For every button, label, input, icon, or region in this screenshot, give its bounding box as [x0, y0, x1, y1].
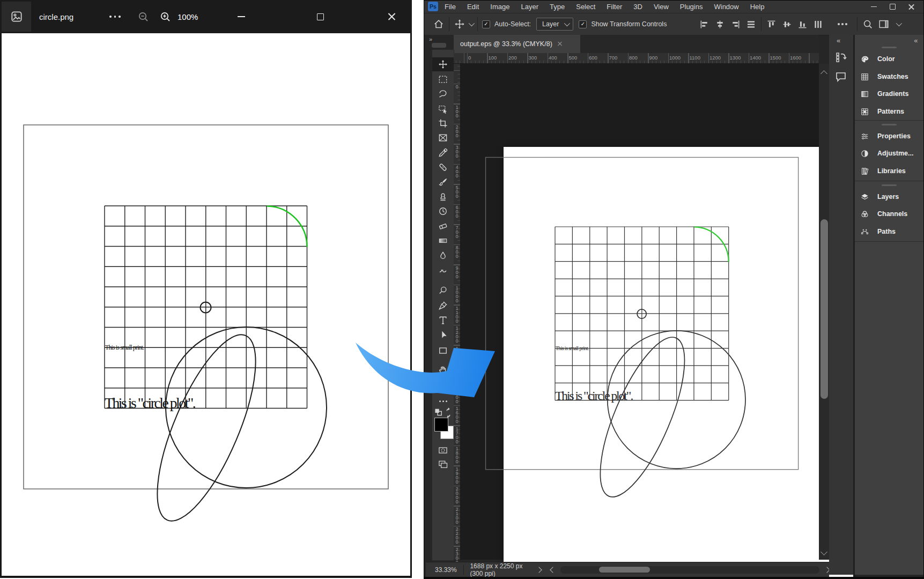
menu-select[interactable]: Select — [576, 3, 595, 11]
search-icon[interactable] — [862, 18, 874, 30]
tool-pen[interactable] — [432, 299, 454, 313]
menu-help[interactable]: Help — [750, 3, 765, 11]
edit-toolbar-icon[interactable] — [432, 400, 454, 402]
panel-label: Swatches — [877, 73, 908, 80]
menu-plugins[interactable]: Plugins — [680, 3, 703, 11]
panel-tab-paths[interactable]: Paths — [855, 224, 923, 240]
more-options-icon[interactable] — [109, 16, 121, 18]
tool-type[interactable] — [432, 313, 454, 327]
horizontal-scrollbar-thumb[interactable] — [599, 567, 650, 573]
ps-close-button[interactable] — [907, 3, 915, 11]
panel-tab-layers[interactable]: Layers — [855, 189, 923, 205]
panel-tab-patterns[interactable]: Patterns — [855, 103, 923, 120]
tool-healing[interactable] — [432, 160, 454, 174]
swap-colors-icon[interactable] — [432, 407, 454, 419]
version-history-icon[interactable] — [834, 51, 847, 64]
align-left-icon[interactable] — [699, 19, 710, 30]
photos-minimize-button[interactable] — [231, 0, 252, 33]
vertical-scrollbar[interactable] — [819, 64, 829, 560]
tool-marquee[interactable] — [432, 72, 454, 86]
panel-group-grip[interactable] — [882, 47, 897, 48]
show-transform-checkbox[interactable]: ✓ — [579, 20, 587, 28]
tool-eyedropper[interactable] — [432, 146, 454, 160]
menu-filter[interactable]: Filter — [607, 3, 622, 11]
menu-file[interactable]: File — [445, 3, 456, 11]
auto-select-checkbox[interactable]: ✓ — [482, 20, 490, 28]
comments-icon[interactable] — [834, 70, 847, 83]
tool-clone-stamp[interactable] — [432, 190, 454, 204]
panel-tab-adjustme[interactable]: Adjustme... — [855, 145, 923, 161]
menu-window[interactable]: Window — [714, 3, 738, 11]
tool-gradient[interactable] — [432, 234, 454, 248]
toolbar-grip[interactable] — [432, 43, 446, 48]
panel-tab-libraries[interactable]: Libraries — [855, 163, 923, 179]
panel-tab-channels[interactable]: Channels — [855, 206, 923, 222]
hscroll-left-icon[interactable] — [550, 567, 556, 573]
home-icon[interactable] — [433, 18, 445, 30]
status-zoom-level[interactable]: 33.33% — [435, 566, 457, 574]
menu-layer[interactable]: Layer — [521, 3, 539, 11]
tool-eraser[interactable] — [432, 219, 454, 233]
tool-hand[interactable] — [432, 363, 454, 377]
tool-crop[interactable] — [432, 116, 454, 130]
tool-dodge[interactable] — [432, 284, 454, 298]
tool-history-brush[interactable] — [432, 204, 454, 218]
menu-edit[interactable]: Edit — [467, 3, 479, 11]
document-tab[interactable]: output.eps @ 33.3% (CMYK/8) — [453, 35, 580, 53]
menu-view[interactable]: View — [654, 3, 669, 11]
document-page[interactable] — [504, 147, 853, 579]
photos-zoom-level[interactable]: 100% — [178, 0, 198, 33]
align-center-h-icon[interactable] — [714, 19, 726, 30]
tool-blur[interactable] — [432, 249, 454, 263]
status-info-chevron-icon[interactable] — [536, 567, 542, 573]
zoom-out-icon[interactable] — [137, 10, 150, 23]
menu-3d[interactable]: 3D — [633, 3, 642, 11]
vertical-scrollbar-thumb[interactable] — [820, 219, 828, 399]
ps-minimize-button[interactable] — [870, 3, 877, 11]
panel-tab-properties[interactable]: Properties — [855, 128, 923, 144]
panel-group-grip[interactable] — [882, 184, 897, 186]
panel-tab-gradients[interactable]: Gradients — [855, 86, 923, 102]
canvas-area[interactable] — [461, 64, 819, 560]
foreground-color-swatch[interactable] — [434, 418, 448, 432]
align-center-v-icon[interactable] — [781, 19, 793, 30]
auto-select-target-dropdown[interactable]: Layer — [536, 18, 573, 31]
ps-maximize-button[interactable] — [889, 3, 896, 11]
tool-object-select[interactable] — [432, 102, 454, 116]
menu-image[interactable]: Image — [490, 3, 509, 11]
tool-preset-chevron-icon[interactable] — [469, 20, 475, 26]
workspace-switcher-icon[interactable] — [878, 18, 890, 30]
scroll-down-icon[interactable] — [820, 548, 827, 555]
workspace-chevron-icon[interactable] — [896, 20, 902, 26]
tool-lasso[interactable] — [432, 87, 454, 101]
panel-tab-swatches[interactable]: Swatches — [855, 69, 923, 85]
toolbar-expand-icon[interactable]: » — [429, 36, 432, 42]
tool-zoom[interactable] — [432, 377, 454, 391]
tool-brush[interactable] — [432, 175, 454, 189]
panel-tab-color[interactable]: Color — [855, 51, 923, 67]
scroll-up-icon[interactable] — [820, 70, 827, 77]
panel-group-grip[interactable] — [882, 124, 897, 125]
horizontal-scrollbar[interactable] — [560, 566, 819, 574]
align-bottom-icon[interactable] — [797, 19, 808, 30]
strip-collapse-icon[interactable]: « — [837, 36, 840, 44]
photos-maximize-button[interactable] — [309, 0, 331, 33]
tool-smudge[interactable] — [432, 263, 454, 277]
more-align-options-icon[interactable] — [838, 23, 847, 25]
tool-rectangle[interactable] — [432, 344, 454, 358]
distribute-h-icon[interactable] — [745, 19, 757, 30]
tab-close-icon[interactable] — [558, 42, 563, 47]
tool-path-select[interactable] — [432, 328, 454, 342]
quick-mask[interactable] — [432, 443, 454, 457]
tool-move[interactable] — [432, 57, 454, 71]
distribute-v-icon[interactable] — [812, 19, 824, 30]
align-right-icon[interactable] — [730, 19, 741, 30]
align-top-icon[interactable] — [766, 19, 777, 30]
tool-frame[interactable] — [432, 131, 454, 145]
photos-close-button[interactable] — [381, 0, 402, 33]
zoom-in-icon[interactable] — [159, 10, 172, 23]
screen-mode[interactable] — [432, 457, 454, 471]
menu-type[interactable]: Type — [550, 3, 565, 11]
move-tool-icon[interactable] — [454, 18, 465, 30]
panels-collapse-icon[interactable]: « — [914, 36, 917, 44]
